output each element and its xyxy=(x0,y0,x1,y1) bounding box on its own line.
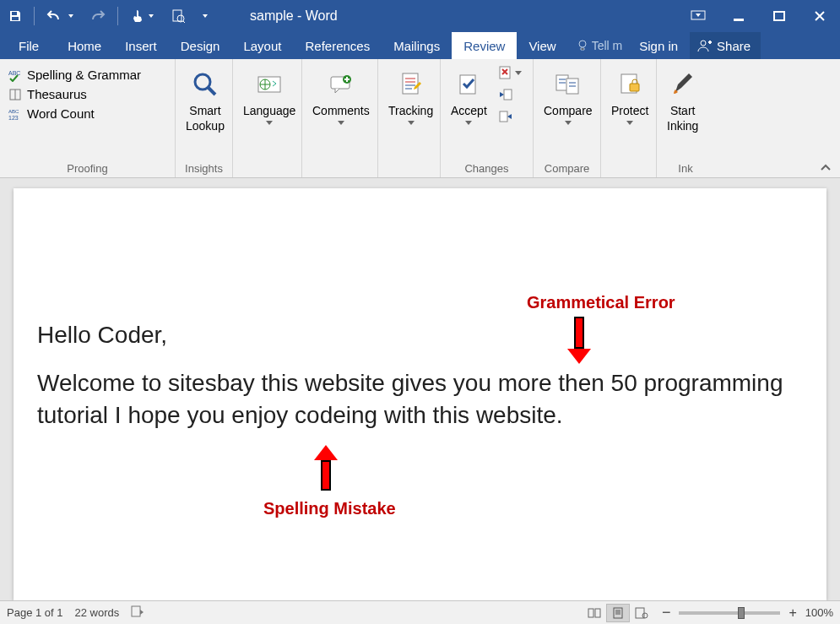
share-button[interactable]: Share xyxy=(690,32,761,59)
ribbon-options-icon xyxy=(691,10,706,22)
chevron-down-icon xyxy=(266,121,273,125)
chevron-up-icon xyxy=(820,163,832,171)
word-count-indicator[interactable]: 22 words xyxy=(75,606,120,619)
redo-button[interactable] xyxy=(82,0,114,32)
minimize-button[interactable] xyxy=(718,0,759,32)
menu-references[interactable]: References xyxy=(293,32,382,59)
language-button[interactable]: Language xyxy=(238,62,301,128)
spelling-grammar-button[interactable]: ABC Spelling & Grammar xyxy=(8,68,141,82)
accept-button[interactable]: Accept xyxy=(446,62,492,128)
web-layout-button[interactable] xyxy=(630,604,653,622)
body-part-1: Welcome to sitesbay this website gives y… xyxy=(37,370,558,396)
start-label: Start xyxy=(670,103,696,118)
smart-label: Smart xyxy=(189,103,220,118)
word-count-button[interactable]: ABC123 Word Count xyxy=(8,106,141,121)
view-buttons xyxy=(583,604,653,622)
compare-button[interactable]: Compare xyxy=(539,62,598,128)
compare-label: Compare xyxy=(544,103,593,118)
tell-me-search[interactable]: Tell m xyxy=(572,32,628,59)
previous-change-button[interactable] xyxy=(496,84,525,105)
next-change-button[interactable] xyxy=(496,106,525,127)
close-button[interactable] xyxy=(799,0,840,32)
svg-rect-3 xyxy=(734,19,744,21)
chevron-down-icon xyxy=(408,121,415,125)
svg-rect-16 xyxy=(403,73,418,94)
comments-button[interactable]: Comments xyxy=(307,62,375,128)
spelling-grammar-label: Spelling & Grammar xyxy=(27,68,141,82)
svg-rect-24 xyxy=(630,84,639,91)
lookup-label: Lookup xyxy=(186,118,225,133)
reject-button[interactable] xyxy=(496,62,525,83)
read-mode-button[interactable] xyxy=(583,604,606,622)
comments-label: Comments xyxy=(312,103,370,118)
collapse-ribbon-button[interactable] xyxy=(820,160,832,174)
zoom-in-button[interactable]: + xyxy=(789,605,796,621)
svg-rect-27 xyxy=(595,609,600,617)
touch-mode-button[interactable] xyxy=(122,0,162,32)
macro-indicator[interactable] xyxy=(131,605,144,620)
maximize-button[interactable] xyxy=(759,0,799,32)
customize-qat-button[interactable] xyxy=(194,0,219,32)
zoom-slider[interactable] xyxy=(679,611,780,615)
thesaurus-button[interactable]: Thesaurus xyxy=(8,87,141,101)
svg-rect-4 xyxy=(774,12,784,20)
tracking-label: Tracking xyxy=(388,103,433,118)
tell-me-label: Tell m xyxy=(592,39,623,52)
menu-insert[interactable]: Insert xyxy=(113,32,169,59)
save-button[interactable] xyxy=(0,0,30,32)
group-ink: Start Inking Ink xyxy=(657,59,714,177)
svg-rect-28 xyxy=(614,608,622,618)
spelling-error-word[interactable]: codeing xyxy=(295,402,377,428)
weblayout-icon xyxy=(635,607,648,619)
macro-icon xyxy=(131,605,144,617)
annotation-spelling: Spelling Mistake xyxy=(263,499,396,518)
language-label: Language xyxy=(243,103,295,118)
svg-point-30 xyxy=(642,613,648,618)
compare-icon xyxy=(555,73,582,96)
svg-rect-19 xyxy=(504,90,512,100)
accept-label: Accept xyxy=(451,103,487,118)
comment-icon xyxy=(328,73,354,95)
body-part-3: with this website. xyxy=(377,402,562,428)
tracking-button[interactable]: Tracking xyxy=(383,62,438,128)
globe-icon xyxy=(257,73,282,95)
menu-design[interactable]: Design xyxy=(169,32,232,59)
undo-button[interactable] xyxy=(38,0,82,32)
menu-layout[interactable]: Layout xyxy=(231,32,293,59)
svg-rect-20 xyxy=(500,111,507,122)
redo-icon xyxy=(90,9,106,23)
ribbon-display-options-button[interactable] xyxy=(678,0,718,32)
menu-file[interactable]: File xyxy=(0,32,56,59)
zoom-out-button[interactable]: − xyxy=(662,604,671,621)
menu-bar: File Home Insert Design Layout Reference… xyxy=(0,32,840,59)
print-layout-button[interactable] xyxy=(606,604,630,622)
book-icon xyxy=(8,88,22,101)
document-page[interactable]: Hello Coder, Welcome to sitesbay this we… xyxy=(14,188,826,600)
protect-button[interactable]: Protect xyxy=(606,62,653,128)
inking-label: Inking xyxy=(667,118,698,133)
svg-text:ABC: ABC xyxy=(8,70,20,76)
zoom-level[interactable]: 100% xyxy=(805,606,833,619)
title-bar: sample - Word xyxy=(0,0,840,32)
smart-lookup-button[interactable]: Smart Lookup xyxy=(181,62,230,137)
menu-view[interactable]: View xyxy=(517,32,567,59)
group-compare: Compare Compare xyxy=(534,59,601,177)
minimize-icon xyxy=(733,10,745,22)
menu-home[interactable]: Home xyxy=(56,32,113,59)
arrow-down-icon xyxy=(571,317,588,364)
sign-in-button[interactable]: Sign in xyxy=(627,32,690,59)
thesaurus-label: Thesaurus xyxy=(27,87,87,101)
svg-point-5 xyxy=(579,41,586,47)
start-inking-button[interactable]: Start Inking xyxy=(662,62,703,137)
maximize-icon xyxy=(773,11,785,21)
menu-mailings[interactable]: Mailings xyxy=(382,32,452,59)
print-preview-button[interactable] xyxy=(162,0,194,32)
wordcount-icon: ABC123 xyxy=(8,107,22,121)
group-insights: Smart Lookup Insights xyxy=(176,59,233,177)
menu-review[interactable]: Review xyxy=(452,32,517,59)
page-indicator[interactable]: Page 1 of 1 xyxy=(7,606,63,619)
share-person-icon xyxy=(696,38,713,53)
accept-icon xyxy=(457,72,480,97)
next-icon xyxy=(499,110,512,123)
grammar-error-word[interactable]: then xyxy=(558,370,604,396)
